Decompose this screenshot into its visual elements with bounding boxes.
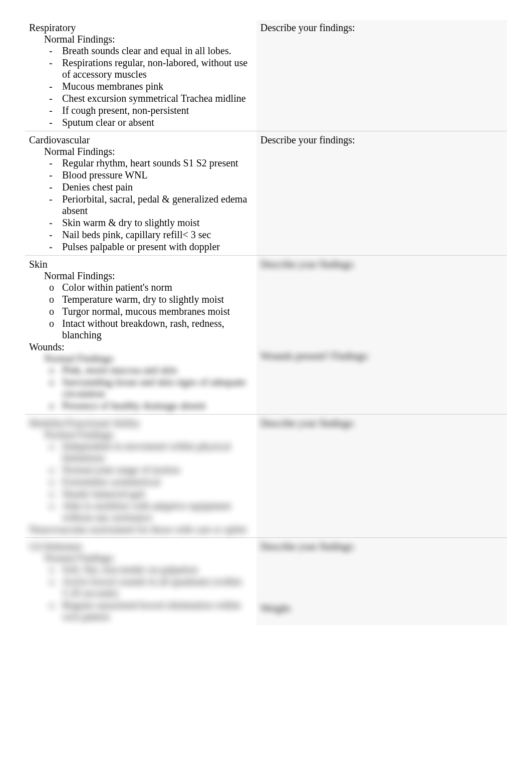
circle-icon: o xyxy=(49,600,62,611)
respiratory-items: -Breath sounds clear and equal in all lo… xyxy=(29,45,252,128)
mobility-right: Describe your findings: xyxy=(256,415,507,538)
describe-findings-label: Describe your findings: xyxy=(260,541,503,552)
respiratory-title: Respiratory xyxy=(29,22,252,34)
circle-icon: o xyxy=(49,576,62,588)
normal-findings-label: Normal Findings: xyxy=(44,270,252,282)
dash-icon: - xyxy=(49,169,62,181)
list-item: Active bowel sounds in all quadrants (wi… xyxy=(62,576,252,599)
circle-icon: o xyxy=(49,476,62,488)
dash-icon: - xyxy=(49,193,62,205)
circle-icon: o xyxy=(49,364,62,376)
list-item: Color within patient's norm xyxy=(62,282,172,293)
list-item: Regular unassisted bowel elimination wit… xyxy=(62,600,252,623)
cardiovascular-title: Cardiovascular xyxy=(29,134,252,146)
dash-icon: - xyxy=(49,105,62,116)
wounds-title: Wounds: xyxy=(29,341,252,353)
respiratory-right: Describe your findings: xyxy=(256,20,507,131)
circle-icon: o xyxy=(49,376,62,388)
gi-items: oSoft, flat, non-tender on palpation oAc… xyxy=(29,564,252,623)
list-item: Extremities symmetrical xyxy=(62,476,160,488)
normal-findings-label: Normal Findings: xyxy=(44,552,252,564)
respiratory-left: Respiratory Normal Findings: -Breath sou… xyxy=(25,20,256,131)
assessment-table: Respiratory Normal Findings: -Breath sou… xyxy=(25,20,507,625)
list-item: Temperature warm, dry to slightly moist xyxy=(62,294,224,305)
dash-icon: - xyxy=(49,93,62,104)
row-gi: GI/Abdomen Normal Findings: oSoft, flat,… xyxy=(25,538,507,626)
dash-icon: - xyxy=(49,157,62,169)
cardiovascular-left: Cardiovascular Normal Findings: -Regular… xyxy=(25,131,256,256)
row-skin: Skin Normal Findings: oColor within pati… xyxy=(25,256,507,415)
mobility-title: Mobility/Functional Ability xyxy=(29,418,252,429)
weight-label: Weight: xyxy=(260,603,503,614)
normal-findings-label: Normal Findings: xyxy=(44,429,252,441)
list-item: Periorbital, sacral, pedal & generalized… xyxy=(62,193,252,217)
describe-findings-label: Describe your findings: xyxy=(260,259,503,270)
circle-icon: o xyxy=(49,318,62,329)
circle-icon: o xyxy=(49,441,62,452)
list-item: Intact without breakdown, rash, redness,… xyxy=(62,318,252,341)
list-item: Independent in movement within physical … xyxy=(62,441,252,464)
list-item: Normal joint range of motion xyxy=(62,464,180,476)
describe-findings-label: Describe your findings: xyxy=(260,418,503,429)
list-item: Surrounding tissue and skin signs of ade… xyxy=(62,376,252,400)
list-item: Soft, flat, non-tender on palpation xyxy=(62,564,198,575)
list-item: Respirations regular, non-labored, witho… xyxy=(62,57,252,80)
row-respiratory: Respiratory Normal Findings: -Breath sou… xyxy=(25,20,507,131)
normal-findings-label: Normal Findings: xyxy=(44,34,252,45)
list-item: Turgor normal, mucous membranes moist xyxy=(62,306,230,317)
dash-icon: - xyxy=(49,117,62,128)
skin-items: oColor within patient's norm oTemperatur… xyxy=(29,282,252,341)
dash-icon: - xyxy=(49,217,62,229)
list-item: Pink, moist mucosa and skin xyxy=(62,364,177,376)
circle-icon: o xyxy=(49,294,62,305)
list-item: Mucous membranes pink xyxy=(62,81,163,92)
list-item: Sputum clear or absent xyxy=(62,117,154,128)
dash-icon: - xyxy=(49,229,62,241)
list-item: Denies chest pain xyxy=(62,181,133,193)
circle-icon: o xyxy=(49,500,62,512)
mobility-items: oIndependent in movement within physical… xyxy=(29,441,252,523)
normal-findings-label: Normal Findings: xyxy=(44,146,252,157)
row-cardiovascular: Cardiovascular Normal Findings: -Regular… xyxy=(25,131,507,256)
list-item: Chest excursion symmetrical Trachea midl… xyxy=(62,93,246,104)
normal-findings-label: Normal Findings: xyxy=(44,353,252,364)
describe-findings-label: Describe your findings: xyxy=(260,134,503,146)
circle-icon: o xyxy=(49,400,62,412)
list-item: Steady balanced gait xyxy=(62,488,145,500)
gi-right: Describe your findings: Weight: xyxy=(256,538,507,626)
circle-icon: o xyxy=(49,306,62,317)
list-item: Blood pressure WNL xyxy=(62,169,148,181)
describe-findings-label: Describe your findings: xyxy=(260,22,503,34)
gi-title: GI/Abdomen xyxy=(29,541,252,552)
cardiovascular-right: Describe your findings: xyxy=(256,131,507,256)
list-item: Skin warm & dry to slightly moist xyxy=(62,217,199,229)
list-item: Able to mobilize with adaptive equipment… xyxy=(62,500,252,523)
list-item: Pulses palpable or present with doppler xyxy=(62,241,220,253)
dash-icon: - xyxy=(49,81,62,92)
wounds-items: oPink, moist mucosa and skin oSurroundin… xyxy=(29,364,252,412)
dash-icon: - xyxy=(49,241,62,253)
circle-icon: o xyxy=(49,464,62,476)
skin-title: Skin xyxy=(29,259,252,270)
dash-icon: - xyxy=(49,181,62,193)
dash-icon: - xyxy=(49,57,62,69)
dash-icon: - xyxy=(49,45,62,57)
skin-right: Describe your findings: Wounds present? … xyxy=(256,256,507,415)
list-item: Nail beds pink, capillary refill< 3 sec xyxy=(62,229,211,241)
bottom-whitespace xyxy=(25,625,507,780)
list-item: Presence of healthy drainage absent xyxy=(62,400,206,412)
mobility-note: Neurovascular assessment for those with … xyxy=(29,524,252,535)
list-item: If cough present, non-persistent xyxy=(62,105,189,116)
skin-left: Skin Normal Findings: oColor within pati… xyxy=(25,256,256,415)
row-mobility: Mobility/Functional Ability Normal Findi… xyxy=(25,415,507,538)
list-item: Breath sounds clear and equal in all lob… xyxy=(62,45,231,57)
circle-icon: o xyxy=(49,564,62,575)
list-item: Regular rhythm, heart sounds S1 S2 prese… xyxy=(62,157,238,169)
wounds-findings-label: Wounds present? Findings: xyxy=(260,350,503,362)
gi-left: GI/Abdomen Normal Findings: oSoft, flat,… xyxy=(25,538,256,626)
mobility-left: Mobility/Functional Ability Normal Findi… xyxy=(25,415,256,538)
cardiovascular-items: -Regular rhythm, heart sounds S1 S2 pres… xyxy=(29,157,252,253)
circle-icon: o xyxy=(49,282,62,293)
circle-icon: o xyxy=(49,488,62,500)
